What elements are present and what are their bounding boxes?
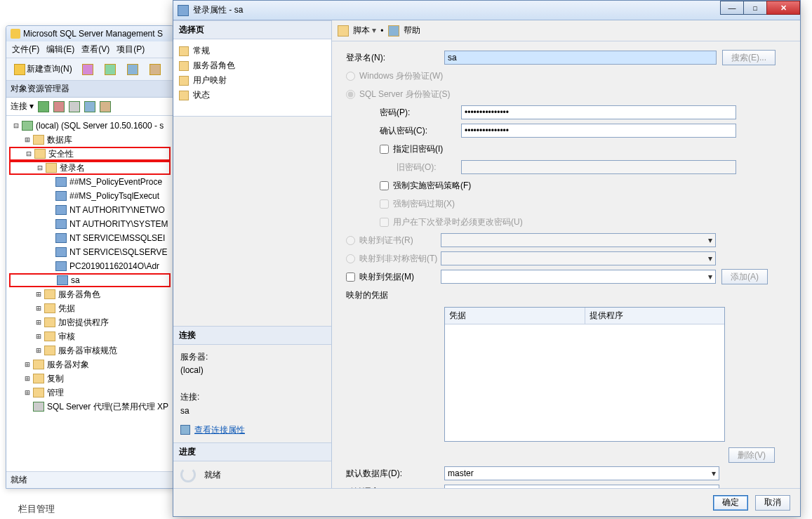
help-button[interactable]: 帮助 — [404, 25, 420, 37]
tree-server-roles[interactable]: ⊞服务器角色 — [9, 287, 171, 301]
ssms-titlebar: Microsoft SQL Server Management S — [6, 26, 173, 41]
tree-audit-specs[interactable]: ⊞服务器审核规范 — [9, 343, 171, 357]
login-icon — [55, 233, 67, 243]
object-explorer-header: 对象资源管理器 — [6, 81, 173, 98]
tree-login-item[interactable]: NT AUTHORITY\NETWO — [9, 203, 171, 217]
stop-icon[interactable] — [69, 101, 80, 112]
menu-project[interactable]: 项目(P) — [117, 44, 145, 55]
map-credential-combo[interactable] — [441, 270, 716, 284]
old-password-input — [461, 160, 736, 174]
progress-spinner-icon — [180, 467, 196, 482]
refresh-icon[interactable] — [100, 101, 111, 112]
tree-login-item[interactable]: NT SERVICE\SQLSERVE — [9, 245, 171, 259]
connect-dropdown[interactable]: 连接 ▾ — [11, 100, 34, 112]
tree-login-sa[interactable]: sa — [9, 273, 171, 287]
ssms-main-window: Microsoft SQL Server Management S 文件(F) … — [6, 25, 174, 489]
confirm-password-input[interactable] — [461, 124, 736, 138]
login-name-input[interactable] — [444, 51, 717, 65]
page-icon — [179, 76, 189, 86]
tree-audits[interactable]: ⊞审核 — [9, 329, 171, 343]
dialog-titlebar[interactable]: 登录属性 - sa — [173, 1, 800, 20]
folder-icon — [33, 135, 44, 145]
tree-logins[interactable]: ⊟登录名 — [9, 161, 171, 175]
folder-icon — [34, 149, 46, 159]
object-explorer-tree[interactable]: ⊟(local) (SQL Server 10.50.1600 - s ⊞数据库… — [6, 116, 173, 416]
disconnect-icon[interactable] — [53, 101, 65, 112]
connection-section-header: 连接 — [173, 326, 331, 345]
enforce-policy-checkbox[interactable] — [380, 181, 389, 190]
help-icon — [388, 25, 399, 37]
login-icon — [55, 205, 67, 215]
tree-login-item[interactable]: ##MS_PolicyTsqlExecut — [9, 189, 171, 203]
grid-col-provider: 提供程序 — [585, 308, 725, 324]
close-button[interactable] — [766, 1, 800, 15]
toolbar-btn-3[interactable] — [124, 62, 143, 77]
toolbar-btn-2[interactable] — [101, 62, 121, 77]
password-label: 密码(P): — [380, 107, 461, 119]
tree-login-item[interactable]: NT AUTHORITY\SYSTEM — [9, 217, 171, 231]
toolbar-icon — [149, 64, 161, 75]
tree-sql-agent[interactable]: SQL Server 代理(已禁用代理 XP — [9, 400, 171, 414]
view-connection-props-link[interactable]: 查看连接属性 — [180, 423, 324, 437]
cancel-button[interactable]: 取消 — [755, 495, 790, 511]
new-query-button[interactable]: 新建查询(N) — [11, 61, 76, 77]
server-icon — [22, 121, 33, 131]
add-button: 添加(A) — [721, 269, 768, 284]
filter-icon[interactable] — [84, 101, 95, 112]
connect-icon[interactable] — [38, 101, 49, 112]
tree-crypto-providers[interactable]: ⊞加密提供程序 — [9, 315, 171, 329]
folder-icon — [44, 289, 55, 299]
enforce-policy-label: 强制实施密码策略(F) — [393, 180, 471, 192]
tree-databases[interactable]: ⊞数据库 — [9, 133, 171, 147]
toolbar-btn-4[interactable] — [146, 62, 166, 77]
tree-login-item[interactable]: NT SERVICE\MSSQLSEI — [9, 231, 171, 245]
ssms-statusbar: 就绪 — [6, 471, 173, 488]
tree-management[interactable]: ⊞管理 — [9, 386, 171, 400]
page-server-roles[interactable]: 服务器角色 — [179, 58, 326, 73]
script-icon — [338, 25, 349, 37]
maximize-button[interactable] — [743, 1, 767, 15]
minimize-button[interactable] — [720, 1, 744, 15]
credentials-grid[interactable]: 凭据 提供程序 — [444, 307, 725, 442]
page-general[interactable]: 常规 — [179, 44, 326, 58]
folder-icon — [44, 317, 55, 327]
page-icon — [179, 91, 189, 100]
server-label: 服务器: — [180, 350, 324, 364]
page-user-mapping[interactable]: 用户映射 — [179, 73, 326, 88]
menu-file[interactable]: 文件(F) — [12, 44, 39, 55]
script-dropdown[interactable]: 脚本 — [353, 25, 376, 37]
toolbar-btn-1[interactable] — [79, 62, 98, 77]
login-name-label: 登录名(N): — [346, 52, 444, 64]
tree-login-item[interactable]: ##MS_PolicyEventProce — [9, 175, 171, 189]
tree-server-objects[interactable]: ⊞服务器对象 — [9, 357, 171, 372]
ok-button[interactable]: 确定 — [713, 495, 748, 511]
folder-icon — [33, 374, 44, 383]
tree-server-root[interactable]: ⊟(local) (SQL Server 10.50.1600 - s — [9, 119, 171, 133]
column-management-label: 栏目管理 — [18, 503, 55, 515]
ssms-menubar[interactable]: 文件(F) 编辑(E) 查看(V) 项目(P) — [6, 41, 173, 58]
default-db-combo[interactable]: master — [444, 466, 719, 480]
page-status[interactable]: 状态 — [179, 88, 326, 103]
map-asymkey-radio — [346, 254, 355, 263]
tree-login-item[interactable]: PC201901162014O\Adr — [9, 259, 171, 273]
dialog-toolbar: 脚本 • 帮助 — [332, 20, 800, 41]
tree-security[interactable]: ⊟安全性 — [9, 147, 171, 161]
specify-old-password-checkbox[interactable] — [380, 145, 389, 154]
grid-col-credential: 凭据 — [445, 308, 585, 324]
tree-replication[interactable]: ⊞复制 — [9, 372, 171, 386]
menu-view[interactable]: 查看(V) — [81, 44, 109, 55]
ssms-title-text: Microsoft SQL Server Management S — [23, 29, 163, 39]
folder-icon — [33, 360, 44, 369]
connect-toolbar: 连接 ▾ — [6, 98, 173, 116]
map-cert-label: 映射到证书(R) — [359, 235, 441, 247]
page-list[interactable]: 常规 服务器角色 用户映射 状态 — [173, 39, 331, 117]
map-credential-checkbox[interactable] — [346, 272, 355, 282]
map-cert-combo — [441, 233, 716, 247]
login-icon — [57, 275, 68, 285]
tree-credentials[interactable]: ⊞凭据 — [9, 301, 171, 315]
toolbar-icon — [105, 64, 116, 75]
password-input[interactable] — [461, 105, 736, 119]
folder-icon — [33, 388, 44, 398]
login-icon — [55, 177, 67, 187]
menu-edit[interactable]: 编辑(E) — [46, 44, 74, 55]
